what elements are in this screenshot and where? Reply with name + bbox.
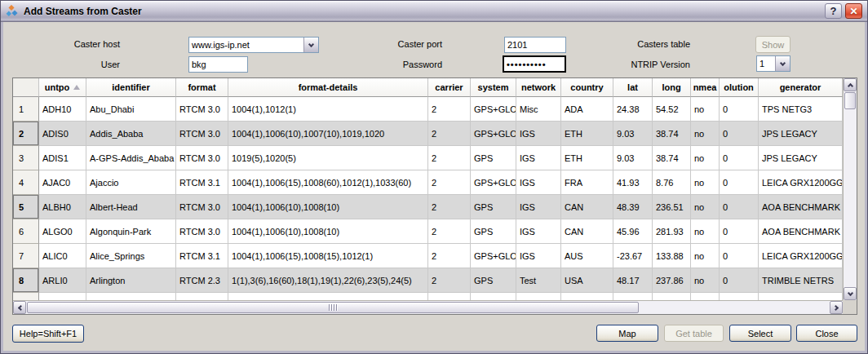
row-number-cell[interactable]: 4 <box>13 170 39 195</box>
column-header-mountpoint[interactable]: untpo <box>39 78 86 97</box>
cell-lat[interactable]: -23.67 <box>613 244 653 268</box>
cell-identifier[interactable]: Albert-Head <box>86 195 176 219</box>
cell-nmea[interactable]: no <box>691 97 720 122</box>
cell-identifier[interactable]: Abu_Dhabi <box>86 97 176 122</box>
cell-country[interactable]: ETH <box>561 146 613 170</box>
cell-identifier[interactable]: Arlington <box>86 268 176 293</box>
table-row[interactable]: 8ARLI0ArlingtonRTCM 2.31(1),3(6),16(60),… <box>13 268 843 293</box>
vertical-scroll-thumb[interactable] <box>844 92 856 109</box>
cell-format[interactable]: RTCM 3.0 <box>176 146 228 170</box>
cell-identifier[interactable]: Algonquin-Park <box>86 219 176 244</box>
cell-long[interactable]: 174.83 <box>653 293 691 300</box>
cell-carrier[interactable]: 2 <box>428 122 471 146</box>
table-row[interactable]: 6ALGO0Algonquin-ParkRTCM 3.01004(1),1006… <box>13 219 843 244</box>
row-number-cell[interactable]: 7 <box>13 244 39 268</box>
cell-system[interactable]: GPS <box>471 268 516 293</box>
column-header-generator[interactable]: generator <box>759 78 843 97</box>
cell-solution[interactable]: 0 <box>720 293 759 300</box>
scroll-right-button[interactable] <box>830 301 843 314</box>
cell-network[interactable]: IGS <box>516 195 561 219</box>
cell-identifier[interactable]: Addis_Ababa <box>86 122 176 146</box>
cell-system[interactable]: GPS <box>471 219 516 244</box>
cell-format[interactable]: RTCM 3.0 <box>176 293 228 300</box>
cell-carrier[interactable]: 2 <box>428 195 471 219</box>
cell-solution[interactable]: 0 <box>720 170 759 195</box>
cell-network[interactable]: Misc <box>516 97 561 122</box>
cell-country[interactable]: NZL <box>561 293 613 300</box>
cell-mountpoint[interactable]: ALGO0 <box>39 219 86 244</box>
cell-identifier[interactable]: Auckland <box>86 293 176 300</box>
column-header-long[interactable]: long <box>653 78 691 97</box>
cell-long[interactable]: 133.88 <box>653 244 691 268</box>
cell-generator[interactable]: TRIMBLE NETRS <box>759 268 843 293</box>
cell-format[interactable]: RTCM 2.3 <box>176 268 228 293</box>
help-shortcut-button[interactable]: Help=Shift+F1 <box>12 325 84 343</box>
column-header-nmea[interactable]: nmea <box>691 78 720 97</box>
cell-format-details[interactable]: 1004(1),1006(15),1008(60),1012(1),1033(6… <box>228 170 428 195</box>
table-row[interactable]: 3ADIS1A-GPS-Addis_AbabaRTCM 3.01019(5),1… <box>13 146 843 170</box>
cell-long[interactable]: 38.74 <box>653 122 691 146</box>
cell-mountpoint[interactable]: ALBH0 <box>39 195 86 219</box>
cell-lat[interactable]: 9.03 <box>613 146 653 170</box>
ntrip-version-dropdown-button[interactable] <box>775 56 790 71</box>
cell-solution[interactable]: 0 <box>720 244 759 268</box>
vertical-scrollbar[interactable] <box>843 78 857 300</box>
table-row[interactable]: 2ADIS0Addis_AbabaRTCM 3.01004(1),1006(10… <box>13 122 843 146</box>
cell-network[interactable]: IGS <box>516 170 561 195</box>
row-number-cell[interactable]: 8 <box>13 268 39 293</box>
select-button[interactable]: Select <box>729 325 791 342</box>
table-row[interactable]: 7ALIC0Alice_SpringsRTCM 3.11004(1),1006(… <box>13 244 843 268</box>
cell-format-details[interactable]: 1(1),3(6),16(60),18(1),19(1),22(6),23(5)… <box>228 268 428 293</box>
cell-carrier[interactable]: 2 <box>428 219 471 244</box>
row-number-cell[interactable]: 6 <box>13 219 39 244</box>
cell-format[interactable]: RTCM 3.0 <box>176 195 228 219</box>
cell-nmea[interactable]: no <box>691 195 720 219</box>
cell-country[interactable]: CAN <box>561 195 613 219</box>
cell-lat[interactable]: 9.03 <box>613 122 653 146</box>
cell-format-details[interactable]: 1019(5),1020(5) <box>228 146 428 170</box>
row-number-cell[interactable]: 2 <box>13 122 39 146</box>
column-header-lat[interactable]: lat <box>613 78 653 97</box>
cell-solution[interactable]: 0 <box>720 122 759 146</box>
cell-country[interactable]: ETH <box>561 122 613 146</box>
column-header-country[interactable]: country <box>561 78 613 97</box>
cell-solution[interactable]: 0 <box>720 195 759 219</box>
cell-generator[interactable]: JPS LEGACY <box>759 122 843 146</box>
column-header-format-details[interactable]: format-details <box>228 78 428 97</box>
title-bar[interactable]: Add Streams from Caster ? ✕ <box>1 1 867 22</box>
cell-nmea[interactable]: no <box>691 244 720 268</box>
cell-system[interactable]: GPS+GLO <box>471 244 516 268</box>
cell-country[interactable]: AUS <box>561 244 613 268</box>
cell-long[interactable]: 281.93 <box>653 219 691 244</box>
cell-generator[interactable]: TRIMBLE NETR9 <box>759 293 843 300</box>
cell-format-details[interactable]: 1004(1),1006(10),1008(10) <box>228 195 428 219</box>
cell-generator[interactable]: AOA BENCHMARK <box>759 219 843 244</box>
cell-mountpoint[interactable]: AJAC0 <box>39 170 86 195</box>
cell-network[interactable]: IGS <box>516 146 561 170</box>
cell-network[interactable]: IGS <box>516 122 561 146</box>
cell-nmea[interactable]: no <box>691 146 720 170</box>
cell-network[interactable]: Test <box>516 268 561 293</box>
cell-generator[interactable]: TPS NETG3 <box>759 97 843 122</box>
cell-long[interactable]: 8.76 <box>653 170 691 195</box>
cell-mountpoint[interactable]: ARLI0 <box>39 268 86 293</box>
table-row[interactable]: 9AUCK0AucklandRTCM 3.01004(1),1006(5),10… <box>13 293 843 300</box>
column-header-carrier[interactable]: carrier <box>428 78 471 97</box>
horizontal-scroll-thumb[interactable] <box>27 302 639 313</box>
titlebar-close-button[interactable]: ✕ <box>845 3 862 19</box>
cell-system[interactable]: GPS+GLO <box>471 122 516 146</box>
cell-lat[interactable]: 45.96 <box>613 219 653 244</box>
table-row[interactable]: 5ALBH0Albert-HeadRTCM 3.01004(1),1006(10… <box>13 195 843 219</box>
scroll-down-button[interactable] <box>844 287 857 300</box>
horizontal-scrollbar[interactable] <box>13 300 843 314</box>
cell-nmea[interactable]: no <box>691 268 720 293</box>
cell-format-details[interactable]: 1004(1),1006(15),1008(15),1012(1) <box>228 244 428 268</box>
cell-format-details[interactable]: 1004(1),1012(1) <box>228 97 428 122</box>
cell-format-details[interactable]: 1004(1),1006(10),1007(10),1019,1020 <box>228 122 428 146</box>
cell-system[interactable]: GPS+GLO <box>471 97 516 122</box>
cell-generator[interactable]: AOA BENCHMARK <box>759 195 843 219</box>
row-number-cell[interactable]: 9 <box>13 293 39 300</box>
column-header-format[interactable]: format <box>176 78 228 97</box>
cell-country[interactable]: CAN <box>561 219 613 244</box>
cell-solution[interactable]: 0 <box>720 97 759 122</box>
